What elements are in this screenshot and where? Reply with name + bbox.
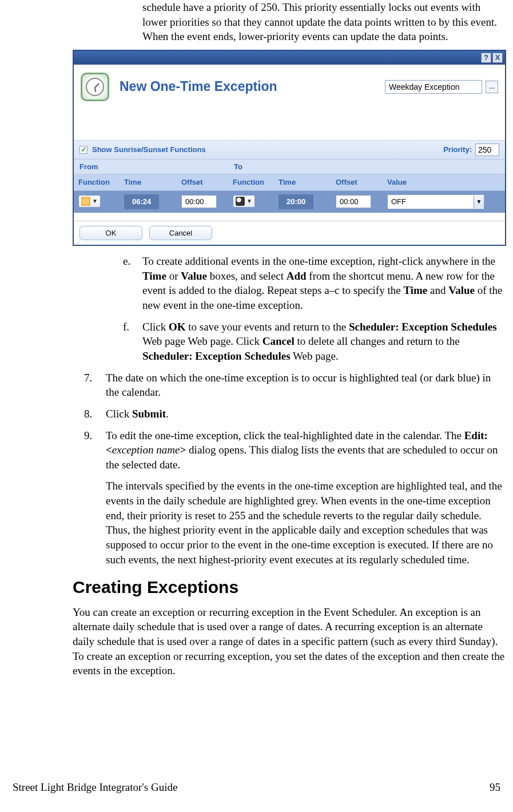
priority-field[interactable]	[475, 144, 499, 156]
dialog-title: New One-Time Exception	[120, 78, 385, 95]
from-group-header: From	[74, 159, 228, 174]
chevron-down-icon: ▼	[246, 197, 252, 205]
from-function-dropdown[interactable]: ▼	[78, 195, 101, 208]
from-time-display[interactable]: 06:24	[124, 194, 159, 209]
col-function: Function	[74, 174, 120, 191]
show-sunrise-label: Show Sunrise/Sunset Functions	[92, 145, 206, 155]
exception-dialog: ? X New One-Time Exception ... Show Sunr…	[73, 50, 506, 246]
close-icon[interactable]: X	[492, 53, 503, 63]
sunrise-icon	[81, 197, 90, 206]
page-footer: Street Light Bridge Integrator's Guide 9…	[13, 780, 500, 795]
footer-title: Street Light Bridge Integrator's Guide	[13, 780, 177, 795]
col-time: Time	[274, 174, 331, 191]
to-function-dropdown[interactable]: ▼	[233, 195, 255, 208]
browse-button[interactable]: ...	[486, 81, 498, 93]
col-value: Value	[383, 174, 505, 191]
section-heading: Creating Exceptions	[73, 576, 506, 599]
exception-name-field[interactable]	[385, 80, 482, 94]
step-9: 9. To edit the one-time exception, click…	[84, 428, 506, 472]
to-offset-field[interactable]	[336, 195, 371, 208]
col-offset: Offset	[177, 174, 228, 191]
from-offset-field[interactable]	[181, 195, 217, 208]
show-sunrise-checkbox[interactable]	[79, 146, 88, 154]
to-time-display[interactable]: 20:00	[279, 194, 313, 209]
dialog-titlebar: ? X	[74, 51, 505, 65]
creating-exceptions-para: You can create an exception or recurring…	[73, 605, 506, 678]
priority-label: Priority:	[443, 145, 472, 155]
chevron-down-icon: ▼	[92, 197, 98, 205]
help-icon[interactable]: ?	[481, 53, 491, 63]
to-group-header: To	[228, 159, 383, 174]
sunset-icon	[236, 197, 245, 206]
step-7: 7. The date on which the one-time except…	[84, 371, 506, 400]
col-function: Function	[228, 174, 274, 191]
step-9-continuation: The intervals specified by the events in…	[106, 479, 506, 567]
step-8: 8. Click Submit.	[84, 407, 506, 421]
ok-button[interactable]: OK	[79, 226, 142, 241]
intro-paragraph: schedule have a priority of 250. This pr…	[142, 0, 506, 44]
step-f: f. Click OK to save your events and retu…	[123, 320, 506, 364]
chevron-down-icon: ▼	[474, 196, 484, 208]
col-time: Time	[120, 174, 177, 191]
col-offset: Offset	[331, 174, 383, 191]
cancel-button[interactable]: Cancel	[149, 226, 212, 241]
value-dropdown[interactable]: OFF ▼	[387, 194, 484, 209]
clock-icon	[81, 73, 109, 101]
step-e: e. To create additional events in the on…	[123, 254, 506, 313]
page-number: 95	[490, 780, 500, 795]
